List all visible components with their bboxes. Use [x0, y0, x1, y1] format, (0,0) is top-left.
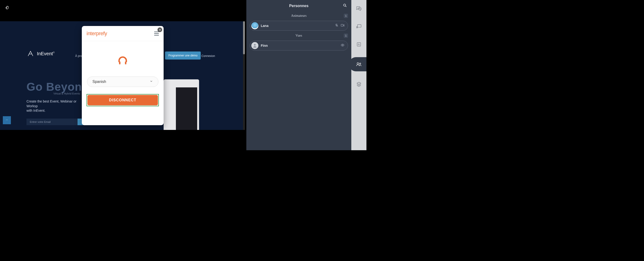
disconnect-highlight: DISCONNECT [86, 94, 159, 106]
headphone-icon [82, 55, 164, 66]
count-badge: 1 [344, 33, 348, 38]
svg-point-8 [356, 26, 358, 27]
chevron-down-icon [150, 80, 153, 84]
right-rail [351, 0, 366, 150]
svg-point-1 [6, 120, 7, 120]
person-row-lana[interactable]: Lana [250, 21, 348, 31]
svg-rect-4 [341, 24, 343, 26]
disconnect-button[interactable]: DISCONNECT [88, 95, 158, 105]
hamburger-icon[interactable] [154, 32, 159, 37]
svg-point-11 [360, 63, 361, 64]
description-text: Create the best Event, Webinar or Worksp… [26, 99, 88, 113]
modal-header: interprefy [82, 26, 164, 41]
search-icon[interactable] [343, 3, 347, 8]
person-row-finn[interactable]: Finn [250, 41, 348, 50]
avatar [251, 42, 258, 49]
panel-title: Personnes [246, 0, 351, 12]
scrollbar-track[interactable] [243, 21, 245, 130]
rail-layers-icon[interactable] [351, 79, 366, 89]
svg-rect-7 [358, 24, 361, 27]
raise-hand-icon[interactable] [5, 6, 10, 11]
scrollbar-thumb[interactable] [243, 21, 245, 54]
connexion-link[interactable]: Connexion [202, 54, 215, 58]
video-thumbnail-inner [176, 87, 197, 130]
panel-title-text: Personnes [289, 4, 308, 8]
svg-point-5 [254, 44, 256, 46]
count-badge: 1 [344, 14, 348, 18]
avatar [251, 22, 258, 29]
interprefy-logo: interprefy [86, 30, 107, 37]
camera-icon[interactable] [341, 24, 344, 28]
rail-people-icon[interactable] [351, 57, 366, 71]
inevent-logo: InEvent® [26, 50, 54, 58]
language-selected-value: Spanish [92, 80, 106, 84]
subheadline: Virtual & Hybrid Events [54, 92, 80, 95]
person-name: Lana [261, 24, 335, 28]
eye-icon[interactable] [341, 43, 344, 48]
demo-button[interactable]: Programmer une démo [165, 51, 201, 59]
mic-muted-icon[interactable] [335, 24, 338, 28]
svg-point-10 [357, 63, 359, 64]
help-chat-icon[interactable] [3, 116, 11, 124]
svg-point-2 [7, 120, 8, 120]
svg-point-6 [342, 45, 343, 46]
rail-present-icon[interactable] [351, 21, 366, 32]
interprefy-modal: ✕ interprefy Spanish DISCONNECT [82, 26, 164, 125]
svg-point-3 [344, 4, 346, 6]
headline: Go Beyond [26, 80, 89, 93]
logo-text: InEvent [37, 51, 53, 56]
email-input[interactable]: Entrer votre Email [26, 119, 78, 125]
person-name: Finn [261, 44, 341, 47]
rail-poll-icon[interactable] [351, 39, 366, 50]
section-animateurs: Animateurs 1 [246, 12, 351, 20]
email-placeholder: Entrer votre Email [30, 120, 50, 123]
section-label: Animateurs [291, 14, 306, 18]
people-panel: Personnes Animateurs 1 Lana Vues 1 Finn [246, 0, 351, 150]
section-label: Vues [296, 34, 302, 37]
section-vues: Vues 1 [246, 32, 351, 40]
language-select[interactable]: Spanish [87, 76, 158, 87]
svg-point-0 [6, 120, 6, 120]
rail-chat-icon[interactable] [351, 3, 366, 14]
